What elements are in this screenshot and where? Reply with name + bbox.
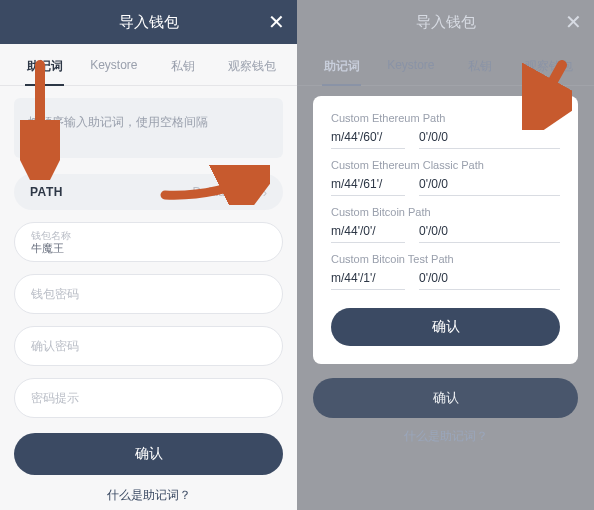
form-area: 按顺序输入助记词，使用空格间隔 PATH Default Path › 钱包名称… — [0, 86, 297, 419]
password-hint-placeholder: 密码提示 — [31, 390, 266, 407]
chevron-right-icon: › — [263, 185, 267, 200]
section-title: Custom Bitcoin Test Path — [331, 253, 560, 265]
left-screen: 导入钱包 ✕ 助记词 Keystore 私钥 观察钱包 按顺序输入助记词，使用空… — [0, 0, 297, 510]
titlebar: 导入钱包 ✕ — [0, 0, 297, 44]
password-placeholder: 钱包密码 — [31, 286, 266, 303]
tab-watch: 观察钱包 — [515, 44, 584, 85]
path-row-btc-test: m/44'/1'/ 0'/0/0 — [331, 271, 560, 290]
section-title: Custom Ethereum Classic Path — [331, 159, 560, 171]
tab-mnemonic: 助记词 — [307, 44, 376, 85]
path-prefix: m/44'/60'/ — [331, 130, 405, 149]
titlebar-dim: 导入钱包 ✕ — [297, 0, 594, 44]
path-current: Default Path › — [193, 185, 267, 200]
password-confirm-placeholder: 确认密码 — [31, 338, 266, 355]
help-link[interactable]: 什么是助记词？ — [0, 475, 297, 510]
confirm-button[interactable]: 确认 — [14, 433, 283, 475]
path-label: PATH — [30, 185, 63, 199]
mnemonic-placeholder: 按顺序输入助记词，使用空格间隔 — [28, 115, 208, 129]
path-row-eth: m/44'/60'/ 0'/0/0 — [331, 130, 560, 149]
tab-privatekey: 私钥 — [446, 44, 515, 85]
close-icon[interactable]: ✕ — [268, 0, 285, 44]
path-suffix-input[interactable]: 0'/0/0 — [419, 177, 560, 196]
path-suffix-input[interactable]: 0'/0/0 — [419, 130, 560, 149]
wallet-name-value: 牛魔王 — [31, 242, 266, 254]
tab-keystore: Keystore — [376, 44, 445, 85]
path-modal: Custom Ethereum Path m/44'/60'/ 0'/0/0 C… — [313, 96, 578, 364]
tab-privatekey[interactable]: 私钥 — [149, 44, 218, 85]
path-prefix: m/44'/61'/ — [331, 177, 405, 196]
help-link-dim: 什么是助记词？ — [297, 418, 594, 449]
password-field[interactable]: 钱包密码 — [14, 274, 283, 314]
path-suffix-input[interactable]: 0'/0/0 — [419, 271, 560, 290]
tab-watch[interactable]: 观察钱包 — [218, 44, 287, 85]
page-title: 导入钱包 — [416, 13, 476, 32]
confirm-button-dim: 确认 — [313, 378, 578, 418]
tab-strip: 助记词 Keystore 私钥 观察钱包 — [0, 44, 297, 86]
tab-mnemonic[interactable]: 助记词 — [10, 44, 79, 85]
path-row-etc: m/44'/61'/ 0'/0/0 — [331, 177, 560, 196]
password-confirm-field[interactable]: 确认密码 — [14, 326, 283, 366]
path-row-btc: m/44'/0'/ 0'/0/0 — [331, 224, 560, 243]
modal-overlay: 导入钱包 ✕ 助记词 Keystore 私钥 观察钱包 Custom Ether… — [297, 0, 594, 510]
section-title: Custom Ethereum Path — [331, 112, 560, 124]
right-screen: 导入钱包 ✕ 助记词 Keystore 私钥 观察钱包 Custom Ether… — [297, 0, 594, 510]
tab-strip-dim: 助记词 Keystore 私钥 观察钱包 — [297, 44, 594, 86]
password-hint-field[interactable]: 密码提示 — [14, 378, 283, 418]
path-suffix-input[interactable]: 0'/0/0 — [419, 224, 560, 243]
mnemonic-input[interactable]: 按顺序输入助记词，使用空格间隔 — [14, 98, 283, 158]
path-prefix: m/44'/1'/ — [331, 271, 405, 290]
page-title: 导入钱包 — [119, 13, 179, 32]
close-icon[interactable]: ✕ — [565, 0, 582, 44]
path-prefix: m/44'/0'/ — [331, 224, 405, 243]
path-selector[interactable]: PATH Default Path › — [14, 174, 283, 210]
modal-confirm-button[interactable]: 确认 — [331, 308, 560, 346]
wallet-name-label: 钱包名称 — [31, 230, 266, 241]
section-title: Custom Bitcoin Path — [331, 206, 560, 218]
tab-keystore[interactable]: Keystore — [79, 44, 148, 85]
wallet-name-field[interactable]: 钱包名称 牛魔王 — [14, 222, 283, 262]
